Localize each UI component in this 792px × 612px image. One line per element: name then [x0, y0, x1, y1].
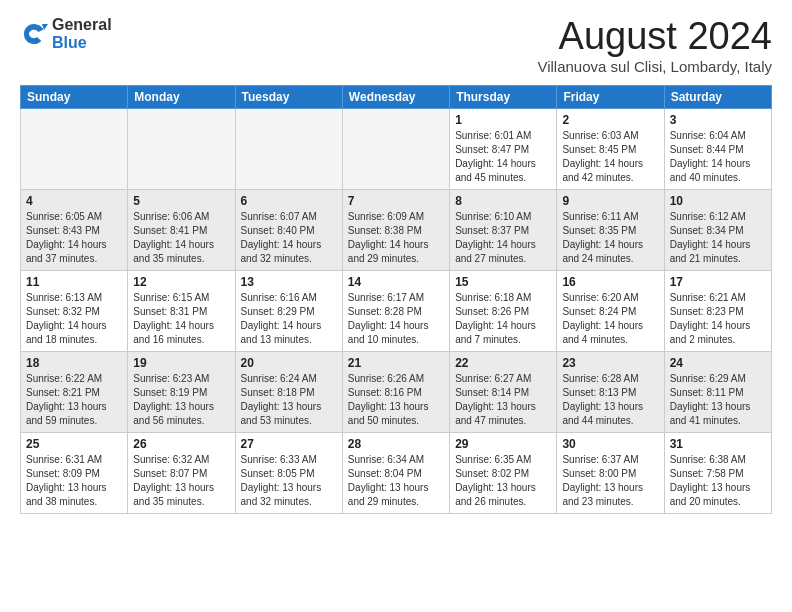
day-number: 24 [670, 356, 766, 370]
day-info: Sunrise: 6:12 AM Sunset: 8:34 PM Dayligh… [670, 210, 766, 266]
calendar-cell: 22Sunrise: 6:27 AM Sunset: 8:14 PM Dayli… [450, 351, 557, 432]
day-info: Sunrise: 6:11 AM Sunset: 8:35 PM Dayligh… [562, 210, 658, 266]
calendar-cell: 2Sunrise: 6:03 AM Sunset: 8:45 PM Daylig… [557, 108, 664, 189]
day-info: Sunrise: 6:35 AM Sunset: 8:02 PM Dayligh… [455, 453, 551, 509]
day-number: 9 [562, 194, 658, 208]
day-number: 25 [26, 437, 122, 451]
logo: General Blue [20, 16, 112, 51]
calendar-week-row: 18Sunrise: 6:22 AM Sunset: 8:21 PM Dayli… [21, 351, 772, 432]
calendar-cell: 19Sunrise: 6:23 AM Sunset: 8:19 PM Dayli… [128, 351, 235, 432]
weekday-header: Thursday [450, 85, 557, 108]
day-info: Sunrise: 6:34 AM Sunset: 8:04 PM Dayligh… [348, 453, 444, 509]
day-number: 17 [670, 275, 766, 289]
day-number: 29 [455, 437, 551, 451]
day-info: Sunrise: 6:01 AM Sunset: 8:47 PM Dayligh… [455, 129, 551, 185]
month-title: August 2024 [537, 16, 772, 58]
calendar-cell: 28Sunrise: 6:34 AM Sunset: 8:04 PM Dayli… [342, 432, 449, 513]
calendar-cell: 8Sunrise: 6:10 AM Sunset: 8:37 PM Daylig… [450, 189, 557, 270]
calendar-cell: 9Sunrise: 6:11 AM Sunset: 8:35 PM Daylig… [557, 189, 664, 270]
calendar-cell: 10Sunrise: 6:12 AM Sunset: 8:34 PM Dayli… [664, 189, 771, 270]
calendar-cell: 6Sunrise: 6:07 AM Sunset: 8:40 PM Daylig… [235, 189, 342, 270]
day-info: Sunrise: 6:04 AM Sunset: 8:44 PM Dayligh… [670, 129, 766, 185]
day-number: 26 [133, 437, 229, 451]
day-number: 16 [562, 275, 658, 289]
day-info: Sunrise: 6:07 AM Sunset: 8:40 PM Dayligh… [241, 210, 337, 266]
calendar-week-row: 1Sunrise: 6:01 AM Sunset: 8:47 PM Daylig… [21, 108, 772, 189]
day-number: 10 [670, 194, 766, 208]
calendar-cell: 11Sunrise: 6:13 AM Sunset: 8:32 PM Dayli… [21, 270, 128, 351]
day-info: Sunrise: 6:03 AM Sunset: 8:45 PM Dayligh… [562, 129, 658, 185]
calendar-cell: 30Sunrise: 6:37 AM Sunset: 8:00 PM Dayli… [557, 432, 664, 513]
calendar-cell: 23Sunrise: 6:28 AM Sunset: 8:13 PM Dayli… [557, 351, 664, 432]
day-number: 5 [133, 194, 229, 208]
day-info: Sunrise: 6:38 AM Sunset: 7:58 PM Dayligh… [670, 453, 766, 509]
day-number: 15 [455, 275, 551, 289]
calendar-cell: 27Sunrise: 6:33 AM Sunset: 8:05 PM Dayli… [235, 432, 342, 513]
day-info: Sunrise: 6:09 AM Sunset: 8:38 PM Dayligh… [348, 210, 444, 266]
calendar-cell [235, 108, 342, 189]
day-number: 23 [562, 356, 658, 370]
day-info: Sunrise: 6:06 AM Sunset: 8:41 PM Dayligh… [133, 210, 229, 266]
calendar-cell: 26Sunrise: 6:32 AM Sunset: 8:07 PM Dayli… [128, 432, 235, 513]
calendar-cell: 20Sunrise: 6:24 AM Sunset: 8:18 PM Dayli… [235, 351, 342, 432]
calendar: SundayMondayTuesdayWednesdayThursdayFrid… [20, 85, 772, 514]
calendar-week-row: 4Sunrise: 6:05 AM Sunset: 8:43 PM Daylig… [21, 189, 772, 270]
weekday-header-row: SundayMondayTuesdayWednesdayThursdayFrid… [21, 85, 772, 108]
day-info: Sunrise: 6:10 AM Sunset: 8:37 PM Dayligh… [455, 210, 551, 266]
calendar-week-row: 25Sunrise: 6:31 AM Sunset: 8:09 PM Dayli… [21, 432, 772, 513]
day-info: Sunrise: 6:27 AM Sunset: 8:14 PM Dayligh… [455, 372, 551, 428]
logo-text: General Blue [52, 16, 112, 51]
day-info: Sunrise: 6:15 AM Sunset: 8:31 PM Dayligh… [133, 291, 229, 347]
day-info: Sunrise: 6:21 AM Sunset: 8:23 PM Dayligh… [670, 291, 766, 347]
calendar-cell: 25Sunrise: 6:31 AM Sunset: 8:09 PM Dayli… [21, 432, 128, 513]
day-info: Sunrise: 6:16 AM Sunset: 8:29 PM Dayligh… [241, 291, 337, 347]
day-number: 7 [348, 194, 444, 208]
day-info: Sunrise: 6:31 AM Sunset: 8:09 PM Dayligh… [26, 453, 122, 509]
day-info: Sunrise: 6:28 AM Sunset: 8:13 PM Dayligh… [562, 372, 658, 428]
day-number: 31 [670, 437, 766, 451]
title-block: August 2024 Villanuova sul Clisi, Lombar… [537, 16, 772, 75]
day-number: 20 [241, 356, 337, 370]
calendar-cell [21, 108, 128, 189]
day-info: Sunrise: 6:33 AM Sunset: 8:05 PM Dayligh… [241, 453, 337, 509]
day-number: 8 [455, 194, 551, 208]
location: Villanuova sul Clisi, Lombardy, Italy [537, 58, 772, 75]
logo-icon [20, 20, 48, 48]
day-info: Sunrise: 6:18 AM Sunset: 8:26 PM Dayligh… [455, 291, 551, 347]
weekday-header: Tuesday [235, 85, 342, 108]
day-number: 21 [348, 356, 444, 370]
day-number: 28 [348, 437, 444, 451]
calendar-cell: 16Sunrise: 6:20 AM Sunset: 8:24 PM Dayli… [557, 270, 664, 351]
calendar-week-row: 11Sunrise: 6:13 AM Sunset: 8:32 PM Dayli… [21, 270, 772, 351]
day-info: Sunrise: 6:23 AM Sunset: 8:19 PM Dayligh… [133, 372, 229, 428]
day-info: Sunrise: 6:17 AM Sunset: 8:28 PM Dayligh… [348, 291, 444, 347]
day-number: 13 [241, 275, 337, 289]
day-info: Sunrise: 6:37 AM Sunset: 8:00 PM Dayligh… [562, 453, 658, 509]
calendar-cell: 4Sunrise: 6:05 AM Sunset: 8:43 PM Daylig… [21, 189, 128, 270]
logo-general: General [52, 16, 112, 34]
day-number: 11 [26, 275, 122, 289]
calendar-cell: 21Sunrise: 6:26 AM Sunset: 8:16 PM Dayli… [342, 351, 449, 432]
calendar-cell: 18Sunrise: 6:22 AM Sunset: 8:21 PM Dayli… [21, 351, 128, 432]
calendar-cell: 17Sunrise: 6:21 AM Sunset: 8:23 PM Dayli… [664, 270, 771, 351]
day-number: 30 [562, 437, 658, 451]
weekday-header: Monday [128, 85, 235, 108]
calendar-cell: 3Sunrise: 6:04 AM Sunset: 8:44 PM Daylig… [664, 108, 771, 189]
day-info: Sunrise: 6:24 AM Sunset: 8:18 PM Dayligh… [241, 372, 337, 428]
day-number: 3 [670, 113, 766, 127]
calendar-cell: 24Sunrise: 6:29 AM Sunset: 8:11 PM Dayli… [664, 351, 771, 432]
weekday-header: Wednesday [342, 85, 449, 108]
calendar-cell: 1Sunrise: 6:01 AM Sunset: 8:47 PM Daylig… [450, 108, 557, 189]
calendar-cell: 5Sunrise: 6:06 AM Sunset: 8:41 PM Daylig… [128, 189, 235, 270]
header: General Blue August 2024 Villanuova sul … [20, 16, 772, 75]
page: General Blue August 2024 Villanuova sul … [0, 0, 792, 612]
calendar-cell: 15Sunrise: 6:18 AM Sunset: 8:26 PM Dayli… [450, 270, 557, 351]
day-info: Sunrise: 6:26 AM Sunset: 8:16 PM Dayligh… [348, 372, 444, 428]
day-info: Sunrise: 6:32 AM Sunset: 8:07 PM Dayligh… [133, 453, 229, 509]
day-number: 6 [241, 194, 337, 208]
day-info: Sunrise: 6:29 AM Sunset: 8:11 PM Dayligh… [670, 372, 766, 428]
day-info: Sunrise: 6:22 AM Sunset: 8:21 PM Dayligh… [26, 372, 122, 428]
calendar-cell: 12Sunrise: 6:15 AM Sunset: 8:31 PM Dayli… [128, 270, 235, 351]
day-number: 1 [455, 113, 551, 127]
calendar-cell: 7Sunrise: 6:09 AM Sunset: 8:38 PM Daylig… [342, 189, 449, 270]
